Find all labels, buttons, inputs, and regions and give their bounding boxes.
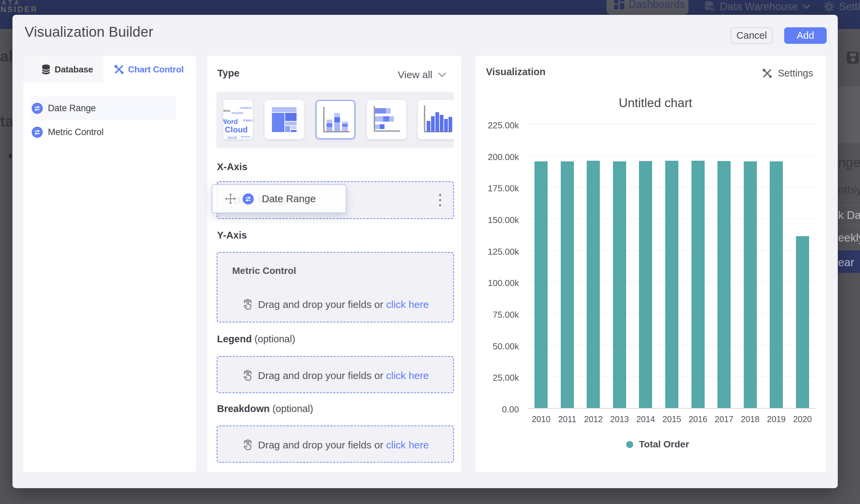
bg-text-fragment-left-2: ta [0, 112, 14, 130]
word-cloud-word: iness [224, 109, 230, 113]
data-warehouse-icon [704, 1, 715, 13]
bar-2011 [561, 161, 574, 408]
field-item-date-range[interactable]: Date Range [31, 96, 176, 120]
bar-2018 [744, 161, 757, 408]
bar-chart: 225.00k200.00k175.00k150.00k125.00k100.0… [475, 56, 826, 472]
word-cloud-word: KeyData [231, 111, 243, 115]
y-axis-drop-zone[interactable]: Metric Control Drag and drop your fields… [217, 252, 454, 322]
y-axis-tick-label: 225.00k [482, 120, 519, 131]
move-cursor-icon [224, 192, 237, 205]
gridline [528, 124, 816, 124]
x-axis-tick-label: 2018 [735, 414, 765, 424]
y-axis-section-label: Y-Axis [217, 230, 247, 241]
legend-dot [626, 441, 633, 448]
dragged-field-label: Date Range [262, 193, 316, 204]
y-axis-tick-label: 125.00k [482, 246, 519, 257]
click-here-link[interactable]: click here [386, 370, 429, 381]
gear-icon [823, 1, 834, 12]
chart-builder-panel: Type View all Word Cloud iness Analytics… [207, 56, 461, 472]
gridline [528, 156, 816, 156]
view-all-dropdown[interactable]: View all [398, 69, 446, 81]
legend-optional-label: (optional) [255, 333, 295, 344]
bar-2020 [796, 236, 809, 408]
bg-option-weekly: eekly [838, 231, 860, 244]
field-item-label: Metric Control [48, 127, 103, 138]
slider-control-icon [32, 127, 43, 138]
chevron-down-icon [802, 4, 811, 10]
x-axis-tick-label: 2017 [709, 414, 739, 424]
chart-control-icon [114, 64, 124, 74]
click-hand-icon [242, 299, 254, 311]
tab-database-label: Database [55, 64, 93, 75]
nav-item-dashboards[interactable]: Dashboards [606, 0, 688, 14]
chart-type-treemap[interactable] [264, 100, 304, 139]
nav-item-settings[interactable]: Settings [823, 1, 860, 13]
bg-text-fragment-range: nge [838, 155, 860, 170]
click-here-link[interactable]: click here [386, 299, 429, 310]
word-cloud-word: Word [224, 118, 238, 126]
add-button[interactable]: Add [784, 27, 827, 44]
y-axis-tick-label: 75.00k [482, 309, 519, 320]
chevron-down-icon [438, 72, 446, 78]
slider-control-icon [32, 103, 43, 114]
legend-series-label: Total Order [639, 439, 689, 450]
y-axis-tick-label: 150.00k [482, 215, 519, 226]
field-item-label: Date Range [48, 103, 96, 114]
word-cloud-word: Mapping [243, 119, 253, 122]
dragged-field-chip[interactable]: Date Range [212, 184, 346, 213]
cancel-button[interactable]: Cancel [731, 27, 773, 44]
x-axis-tick-label: 2016 [683, 414, 713, 424]
visualization-panel: Visualization Settings Untitled chart 22… [475, 56, 826, 472]
database-icon [41, 64, 51, 74]
kebab-menu-icon[interactable] [439, 194, 441, 206]
click-hand-icon [242, 439, 254, 451]
modal-title: Visualization Builder [25, 24, 153, 40]
x-axis-line [528, 408, 816, 409]
drop-hint-text: Drag and drop your fields or [258, 439, 384, 450]
bg-option-year-selected[interactable]: ear [838, 250, 860, 273]
bar-2016 [691, 161, 705, 408]
bg-text-fragment-left-1: al [0, 47, 13, 66]
x-axis-tick-label: 2010 [526, 414, 556, 424]
legend-drop-zone[interactable]: Drag and drop your fields or click here [217, 356, 454, 393]
bg-tick-mark [9, 154, 12, 158]
x-axis-tick-label: 2013 [604, 414, 634, 424]
x-axis-tick-label: 2020 [787, 414, 818, 424]
bar-2017 [717, 161, 731, 408]
bar-2012 [587, 161, 600, 408]
drop-hint-text: Drag and drop your fields or [258, 299, 384, 310]
chart-type-grouped-bar-selected[interactable] [316, 100, 355, 139]
bg-card-band [838, 87, 860, 143]
bar-2015 [665, 161, 678, 408]
word-cloud-word: Analytics [240, 106, 252, 110]
tab-chart-control[interactable]: Chart Control [103, 56, 196, 83]
chart-type-bar[interactable] [418, 100, 454, 139]
y-axis-tick-label: 0.00 [482, 404, 519, 415]
chart-type-strip: Word Cloud iness Analytics KeyData Mappi… [216, 92, 454, 148]
y-axis-tick-label: 200.00k [482, 152, 519, 162]
drop-hint-text: Drag and drop your fields or [258, 370, 384, 381]
word-cloud-word: Cloud [225, 125, 248, 134]
click-here-link[interactable]: click here [386, 439, 429, 450]
y-axis-tick-label: 100.00k [482, 278, 519, 288]
bg-option-monthly: nthly [838, 184, 860, 197]
save-icon [847, 52, 859, 64]
chart-type-word-cloud[interactable]: Word Cloud iness Analytics KeyData Mappi… [224, 100, 253, 139]
type-section-label: Type [217, 68, 240, 79]
y-axis-tick-label: 175.00k [482, 183, 519, 194]
chart-type-horizontal-bar[interactable] [367, 100, 406, 139]
x-axis-tick-label: 2012 [578, 414, 608, 424]
app-logo-line2: INSIDER [0, 5, 38, 14]
x-axis-tick-label: 2011 [552, 414, 582, 424]
legend-section-label: Legend (optional) [217, 333, 295, 345]
nav-item-data-warehouse[interactable]: Data Warehouse [704, 1, 811, 13]
x-axis-tick-label: 2015 [657, 414, 687, 424]
y-axis-tick-label: 25.00k [482, 373, 519, 383]
breakdown-section-label: Breakdown (optional) [217, 403, 313, 414]
tab-database[interactable]: Database [23, 56, 103, 83]
click-hand-icon [242, 370, 254, 382]
bg-option-week-date: k Date [838, 209, 860, 222]
breakdown-drop-zone[interactable]: Drag and drop your fields or click here [217, 426, 454, 463]
nav-item-dashboards-label: Dashboards [629, 0, 685, 11]
field-item-metric-control[interactable]: Metric Control [31, 120, 176, 144]
